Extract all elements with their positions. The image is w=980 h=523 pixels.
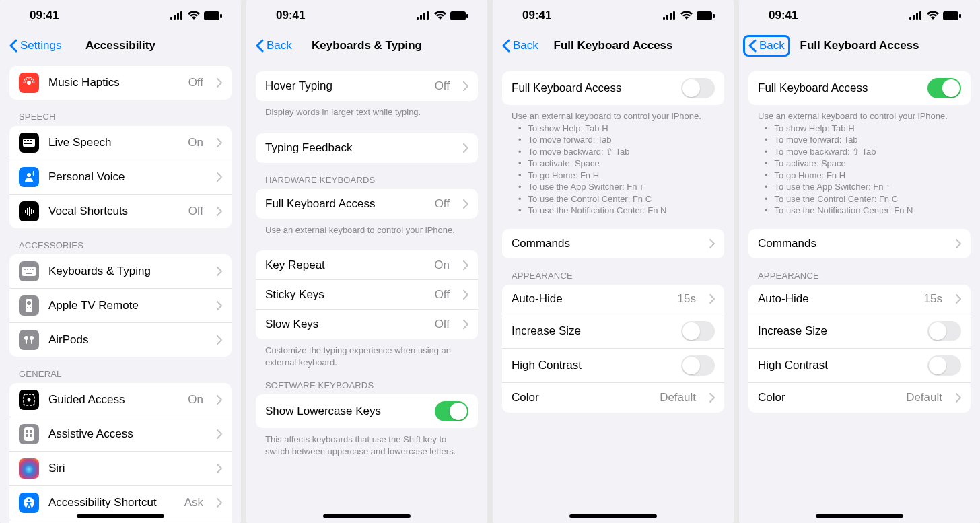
chevron-right-icon bbox=[217, 267, 222, 276]
row-label: Increase Size bbox=[758, 324, 918, 338]
row-label: Slow Keys bbox=[265, 318, 425, 331]
row-fka[interactable]: Full Keyboard Access Off bbox=[256, 189, 478, 219]
music-haptics-icon bbox=[19, 73, 39, 93]
row-auto-hide[interactable]: Auto-Hide 15s bbox=[748, 285, 971, 314]
row-tv-remote[interactable]: Apple TV Remote bbox=[9, 289, 232, 323]
row-value: Off bbox=[435, 288, 450, 302]
svg-rect-5 bbox=[220, 14, 222, 18]
row-value: Default bbox=[660, 391, 696, 405]
svg-point-27 bbox=[27, 301, 31, 305]
back-button[interactable]: Back bbox=[498, 36, 542, 55]
svg-rect-18 bbox=[31, 209, 32, 214]
assistive-access-icon bbox=[19, 424, 39, 444]
row-sticky-keys[interactable]: Sticky Keys Off bbox=[256, 280, 478, 310]
home-indicator[interactable] bbox=[323, 514, 411, 518]
svg-rect-57 bbox=[909, 17, 911, 20]
row-value: 15s bbox=[924, 292, 942, 306]
svg-point-42 bbox=[28, 499, 30, 501]
row-label: Commands bbox=[512, 237, 696, 250]
svg-rect-39 bbox=[26, 434, 28, 437]
live-speech-icon bbox=[19, 133, 39, 153]
svg-rect-49 bbox=[450, 11, 466, 20]
svg-rect-9 bbox=[27, 140, 29, 141]
row-label: Siri bbox=[48, 462, 203, 475]
toggle-high-contrast[interactable] bbox=[928, 355, 961, 376]
chevron-right-icon bbox=[217, 335, 222, 345]
row-typing-feedback[interactable]: Typing Feedback bbox=[256, 133, 478, 163]
row-increase-size[interactable]: Increase Size bbox=[502, 314, 724, 349]
row-color[interactable]: Color Default bbox=[748, 383, 971, 413]
row-fka-toggle[interactable]: Full Keyboard Access bbox=[502, 71, 724, 105]
back-button[interactable]: Back bbox=[744, 36, 789, 55]
svg-point-24 bbox=[32, 269, 34, 270]
row-increase-size[interactable]: Increase Size bbox=[748, 314, 971, 349]
row-per-app[interactable]: Per-App Settings bbox=[9, 520, 232, 523]
content[interactable]: Hover Typing Off Display words in larger… bbox=[246, 61, 487, 523]
row-commands[interactable]: Commands bbox=[748, 229, 971, 258]
toggle-increase-size[interactable] bbox=[681, 321, 715, 341]
back-button[interactable]: Settings bbox=[5, 36, 65, 55]
toggle-fka[interactable] bbox=[681, 78, 715, 98]
row-slow-keys[interactable]: Slow Keys Off bbox=[256, 310, 478, 339]
toggle-increase-size[interactable] bbox=[928, 321, 961, 341]
row-label: Music Haptics bbox=[48, 76, 179, 90]
row-commands[interactable]: Commands bbox=[502, 229, 724, 258]
row-label: Full Keyboard Access bbox=[758, 81, 918, 95]
row-value: Off bbox=[435, 79, 450, 93]
row-fka-toggle[interactable]: Full Keyboard Access bbox=[748, 71, 971, 105]
cellular-icon bbox=[417, 11, 430, 20]
back-button[interactable]: Back bbox=[252, 36, 296, 55]
row-airpods[interactable]: AirPods bbox=[9, 323, 232, 357]
row-music-haptics[interactable]: Music Haptics Off bbox=[9, 66, 232, 100]
row-hover-typing[interactable]: Hover Typing Off bbox=[256, 71, 478, 101]
row-label: Keyboards & Typing bbox=[48, 265, 203, 278]
svg-point-35 bbox=[28, 398, 31, 402]
svg-rect-10 bbox=[30, 140, 32, 141]
row-label: Typing Feedback bbox=[265, 141, 450, 155]
row-show-lowercase[interactable]: Show Lowercase Keys bbox=[256, 394, 478, 428]
row-key-repeat[interactable]: Key Repeat On bbox=[256, 250, 478, 280]
fka-help-list: To show Help: Tab H To move forward: Tab… bbox=[512, 123, 715, 217]
home-indicator[interactable] bbox=[816, 514, 903, 518]
home-indicator[interactable] bbox=[77, 514, 164, 518]
row-value: 15s bbox=[678, 292, 696, 306]
row-label: Key Repeat bbox=[265, 258, 425, 272]
home-indicator[interactable] bbox=[569, 514, 657, 518]
section-appearance: APPEARANCE bbox=[748, 258, 971, 285]
svg-rect-38 bbox=[30, 430, 32, 433]
svg-rect-15 bbox=[25, 210, 26, 213]
content[interactable]: Music Haptics Off SPEECH Live Speech On … bbox=[0, 61, 241, 523]
toggle-fka[interactable] bbox=[928, 78, 961, 98]
chevron-right-icon bbox=[217, 207, 222, 216]
fka-help: Use an external keyboard to control your… bbox=[502, 105, 724, 217]
row-high-contrast[interactable]: High Contrast bbox=[502, 349, 724, 383]
status-time: 09:41 bbox=[769, 9, 798, 22]
toggle-high-contrast[interactable] bbox=[681, 355, 715, 376]
row-label: High Contrast bbox=[512, 359, 672, 372]
content[interactable]: Full Keyboard Access Use an external key… bbox=[493, 61, 734, 523]
row-assistive-access[interactable]: Assistive Access bbox=[9, 417, 232, 452]
toggle-show-lowercase[interactable] bbox=[435, 401, 468, 421]
row-color[interactable]: Color Default bbox=[502, 383, 724, 413]
chevron-right-icon bbox=[217, 498, 222, 508]
svg-point-29 bbox=[30, 307, 31, 308]
row-vocal-shortcuts[interactable]: Vocal Shortcuts Off bbox=[9, 195, 232, 228]
status-time: 09:41 bbox=[276, 9, 305, 22]
row-keyboards-typing[interactable]: Keyboards & Typing bbox=[9, 254, 232, 289]
screen-fka-on: 09:41 Back Full Keyboard Access Full Key… bbox=[739, 0, 980, 523]
chevron-left-icon bbox=[9, 39, 18, 53]
svg-rect-54 bbox=[673, 11, 675, 20]
row-auto-hide[interactable]: Auto-Hide 15s bbox=[502, 285, 724, 314]
status-indicators bbox=[663, 11, 715, 20]
content[interactable]: Full Keyboard Access Use an external key… bbox=[739, 61, 980, 523]
row-label: AirPods bbox=[48, 333, 203, 347]
row-siri[interactable]: Siri bbox=[9, 452, 232, 486]
row-label: Auto-Hide bbox=[512, 292, 668, 306]
row-label: Commands bbox=[758, 237, 942, 250]
row-live-speech[interactable]: Live Speech On bbox=[9, 126, 232, 160]
screen-accessibility: 09:41 Settings Accessibility Music Hapti… bbox=[0, 0, 241, 523]
row-guided-access[interactable]: Guided Access On bbox=[9, 383, 232, 417]
cellular-icon bbox=[909, 11, 923, 20]
row-high-contrast[interactable]: High Contrast bbox=[748, 349, 971, 383]
row-personal-voice[interactable]: Personal Voice bbox=[9, 160, 232, 195]
